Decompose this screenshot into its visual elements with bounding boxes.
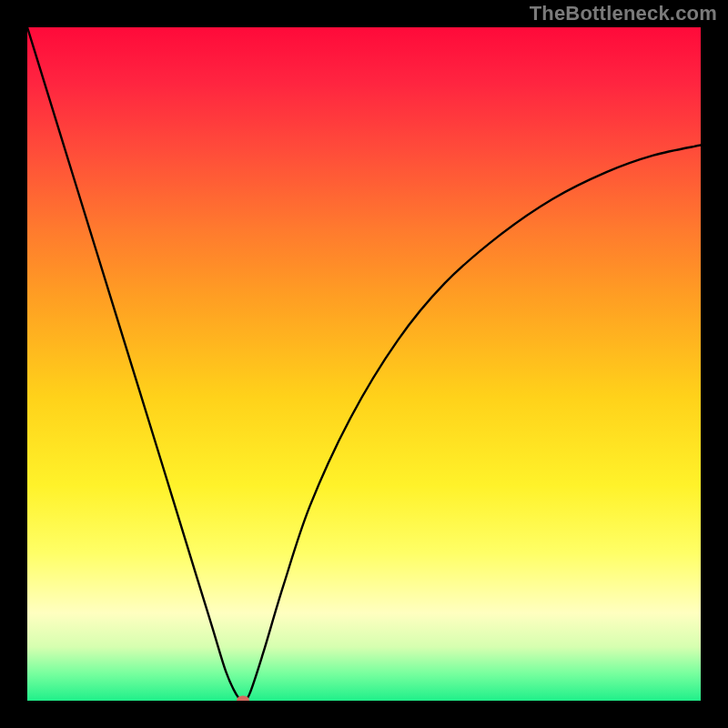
optimal-point-marker	[237, 696, 249, 702]
watermark-text: TheBottleneck.com	[530, 2, 717, 25]
plot-area	[27, 27, 701, 701]
bottleneck-curve	[27, 27, 701, 701]
chart-frame: TheBottleneck.com	[0, 0, 728, 728]
